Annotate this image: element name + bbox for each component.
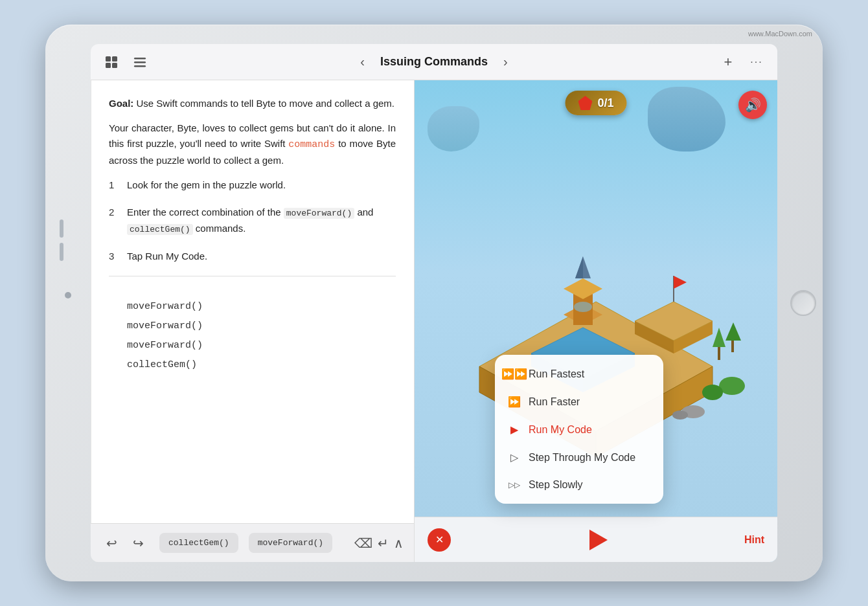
code-line-4: collectGem() [127, 355, 378, 375]
game-panel: 0/1 🔊 [415, 80, 777, 562]
stop-button[interactable]: ✕ [428, 528, 451, 552]
sound-button[interactable]: 🔊 [738, 91, 767, 119]
toolbar-right: + ··· [718, 52, 767, 73]
step-slowly-label: Step Slowly [529, 479, 583, 491]
sound-icon: 🔊 [745, 97, 761, 113]
step-1-text: Look for the gem in the puzzle world. [127, 177, 396, 193]
svg-point-29 [702, 385, 723, 400]
divider [109, 276, 396, 276]
svg-marker-24 [713, 328, 725, 347]
step-2-num: 2 [109, 205, 119, 220]
svg-marker-23 [674, 276, 687, 289]
step-slowly-icon: ▷▷ [508, 480, 521, 489]
code-line-1: moveForward() [127, 297, 378, 317]
commands-link[interactable]: commands [288, 139, 335, 150]
step-3-num: 3 [109, 249, 119, 264]
collect-gem-snippet[interactable]: collectGem() [159, 533, 238, 553]
move-forward-code: moveForward() [284, 208, 354, 219]
step-through-item[interactable]: ▷ Step Through My Code [495, 443, 663, 471]
undo-button[interactable]: ↩ [101, 533, 122, 554]
gem-icon [578, 96, 592, 110]
prev-button[interactable]: ‹ [355, 52, 370, 72]
goal-paragraph: Goal: Use Swift commands to tell Byte to… [109, 96, 396, 111]
left-panel: Goal: Use Swift commands to tell Byte to… [91, 80, 415, 562]
svg-point-28 [719, 377, 745, 395]
home-button[interactable] [790, 290, 816, 316]
run-fastest-label: Run Fastest [529, 368, 584, 380]
bottom-right-buttons: ⌫ ↵ ∧ [354, 535, 404, 551]
svg-marker-18 [564, 278, 602, 299]
toolbar-left [101, 52, 150, 73]
svg-rect-3 [112, 63, 117, 68]
svg-marker-26 [725, 322, 741, 341]
svg-rect-0 [106, 56, 111, 62]
add-button[interactable]: + [718, 52, 738, 73]
steps-list: 1 Look for the gem in the puzzle world. … [109, 177, 396, 264]
redo-button[interactable]: ↪ [128, 533, 149, 554]
collect-gem-code: collectGem() [127, 224, 193, 235]
svg-rect-25 [718, 347, 720, 360]
code-line-2: moveForward() [127, 317, 378, 336]
move-forward-snippet[interactable]: moveForward() [249, 533, 332, 553]
step-slowly-item[interactable]: ▷▷ Step Slowly [495, 471, 663, 499]
stop-icon: ✕ [435, 533, 444, 546]
backspace-button[interactable]: ⌫ [354, 535, 372, 551]
svg-point-31 [672, 410, 688, 420]
score-badge: 0/1 [565, 91, 626, 115]
svg-rect-6 [134, 65, 146, 67]
svg-rect-4 [134, 58, 146, 60]
grid-view-button[interactable] [101, 52, 122, 73]
run-my-code-label: Run My Code [529, 424, 592, 436]
toolbar: ‹ Issuing Commands › + ··· [91, 44, 777, 80]
svg-rect-5 [134, 62, 146, 63]
play-triangle-icon [589, 530, 608, 550]
score-text: 0/1 [597, 96, 613, 110]
step-3-text: Tap Run My Code. [127, 249, 396, 264]
chevron-up-button[interactable]: ∧ [394, 535, 404, 551]
run-faster-item[interactable]: ⏩ Run Faster [495, 388, 663, 416]
step-2: 2 Enter the correct combination of the m… [109, 205, 396, 237]
goal-label: Goal: [109, 98, 133, 109]
return-button[interactable]: ↵ [378, 535, 389, 551]
svg-point-21 [574, 302, 592, 312]
svg-rect-2 [106, 63, 111, 68]
watermark: www.MacDown.com [748, 30, 812, 38]
page-title: Issuing Commands [380, 55, 488, 69]
side-dot [65, 292, 71, 298]
play-button[interactable] [583, 526, 611, 554]
next-button[interactable]: › [498, 52, 513, 72]
code-editor[interactable]: moveForward() moveForward() moveForward(… [109, 287, 396, 385]
run-menu: ⏩⏩ Run Fastest ⏩ Run Faster ▶ Run My Cod… [495, 355, 663, 504]
more-button[interactable]: ··· [746, 52, 767, 73]
content-area: Goal: Use Swift commands to tell Byte to… [91, 80, 777, 562]
step-through-label: Step Through My Code [529, 452, 635, 464]
bottom-toolbar: ↩ ↪ collectGem() moveForward() ⌫ ↵ ∧ [91, 523, 414, 562]
intro-paragraph: Your character, Byte, loves to collect g… [109, 120, 396, 168]
run-faster-icon: ⏩ [508, 396, 521, 408]
svg-marker-20 [575, 256, 583, 278]
list-view-button[interactable] [130, 52, 150, 73]
step-1-num: 1 [109, 177, 119, 193]
run-my-code-icon: ▶ [508, 423, 521, 436]
toolbar-center: ‹ Issuing Commands › [158, 52, 710, 72]
step-1: 1 Look for the gem in the puzzle world. [109, 177, 396, 193]
screen: ‹ Issuing Commands › + ··· Goal: Use Swi… [91, 44, 777, 562]
run-bar: ✕ Hint [415, 517, 777, 562]
code-line-3: moveForward() [127, 336, 378, 355]
goal-text: Use Swift commands to tell Byte to move … [133, 98, 394, 109]
svg-rect-27 [731, 341, 734, 352]
run-faster-label: Run Faster [529, 396, 580, 408]
instructions-panel: Goal: Use Swift commands to tell Byte to… [91, 80, 414, 523]
run-fastest-item[interactable]: ⏩⏩ Run Fastest [495, 360, 663, 388]
step-3: 3 Tap Run My Code. [109, 249, 396, 264]
hint-button[interactable]: Hint [744, 534, 764, 546]
svg-rect-1 [112, 56, 117, 62]
step-2-text: Enter the correct combination of the mov… [127, 205, 396, 237]
step-through-icon: ▷ [508, 451, 521, 464]
run-fastest-icon: ⏩⏩ [508, 368, 521, 380]
undo-redo-group: ↩ ↪ [101, 533, 149, 554]
run-my-code-item[interactable]: ▶ Run My Code [495, 416, 663, 443]
volume-buttons [60, 219, 63, 261]
